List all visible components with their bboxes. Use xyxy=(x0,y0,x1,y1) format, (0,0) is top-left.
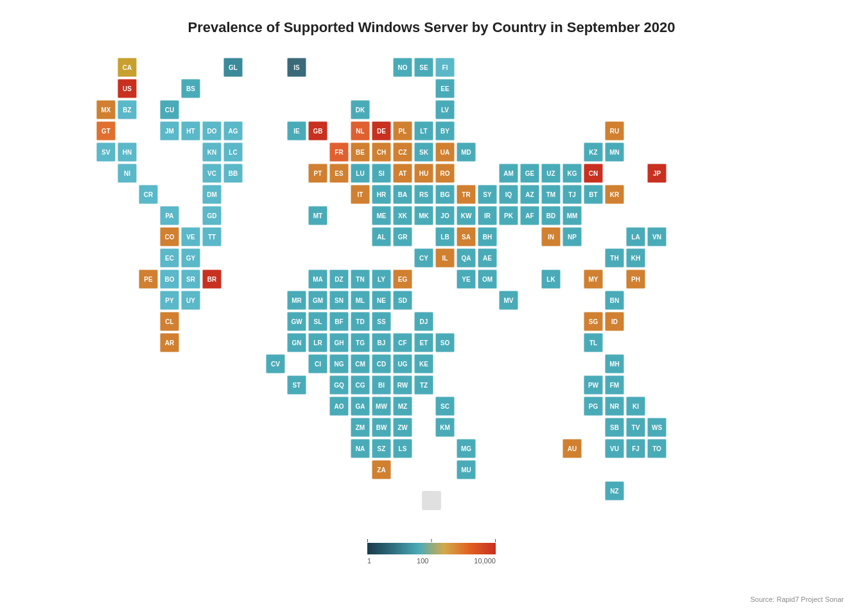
country-cell-bw: BW xyxy=(372,418,391,437)
country-cell-cy: CY xyxy=(414,248,433,268)
page-title: Prevalence of Supported Windows Server b… xyxy=(0,0,863,42)
country-cell-gb: GB xyxy=(308,121,327,141)
country-cell-dj: DJ xyxy=(414,312,433,331)
country-cell-tt: TT xyxy=(202,227,222,246)
country-cell-ss: SS xyxy=(372,312,391,331)
legend-max: 10,000 xyxy=(474,557,496,565)
country-cell-tm: TM xyxy=(541,185,561,204)
country-cell-gn: GN xyxy=(287,333,306,352)
country-cell-do: DO xyxy=(202,121,222,141)
country-cell-lt: LT xyxy=(414,121,433,141)
country-cell-at: AT xyxy=(393,164,412,183)
country-cell-ro: RO xyxy=(435,164,455,183)
country-cell-pw: PW xyxy=(584,375,603,395)
country-cell-kw: KW xyxy=(457,206,476,225)
country-cell-lk: LK xyxy=(541,270,561,289)
country-cell-bd: BD xyxy=(541,206,561,225)
country-cell-bh: BH xyxy=(478,227,497,246)
country-cell-si: SI xyxy=(372,164,391,183)
country-cell-de: DE xyxy=(372,121,391,141)
country-cell-gd: GD xyxy=(202,206,222,225)
country-cell-ly: LY xyxy=(372,270,391,289)
country-cell-tg: TG xyxy=(351,333,370,352)
country-cell-ir: IR xyxy=(478,206,497,225)
country-cell-es: ES xyxy=(329,164,349,183)
country-cell-kz: KZ xyxy=(584,142,603,162)
country-cell-bz: BZ xyxy=(118,100,137,119)
country-cell-ao: AO xyxy=(329,397,349,416)
country-cell-jp: JP xyxy=(647,164,667,183)
legend-min: 1 xyxy=(367,557,371,565)
country-cell-th: TH xyxy=(605,248,624,268)
country-cell-la: LA xyxy=(626,227,645,246)
country-cell-us: US xyxy=(118,79,137,98)
country-cell-af: AF xyxy=(520,206,539,225)
country-cell-lu: LU xyxy=(351,164,370,183)
legend-bar xyxy=(367,543,496,554)
country-cell-au: AU xyxy=(562,439,582,458)
country-cell-rw: RW xyxy=(393,375,412,395)
country-cell-bo: BO xyxy=(160,270,179,289)
country-cell-dm: DM xyxy=(202,185,222,204)
country-cell-eg: EG xyxy=(393,270,412,289)
country-cell-td: TD xyxy=(351,312,370,331)
country-cell-mh: MH xyxy=(605,354,624,373)
country-cell-pa: PA xyxy=(160,206,179,225)
country-cell-za: ZA xyxy=(372,460,391,479)
country-cell-tv: TV xyxy=(626,418,645,437)
country-cell-al: AL xyxy=(372,227,391,246)
country-cell-py: PY xyxy=(160,291,179,310)
country-cell-me: ME xyxy=(372,206,391,225)
country-cell-tl: TL xyxy=(584,333,603,352)
country-cell-ag: AG xyxy=(223,121,243,141)
country-cell-nr: NR xyxy=(605,397,624,416)
country-cell-gw: GW xyxy=(287,312,306,331)
country-cell-in: IN xyxy=(541,227,561,246)
country-cell-my: MY xyxy=(584,270,603,289)
country-cell-no: NO xyxy=(393,58,412,77)
country-cell-sd: SD xyxy=(393,291,412,310)
country-cell-jm: JM xyxy=(160,121,179,141)
country-cell-gy: GY xyxy=(181,248,200,268)
country-cell-st: ST xyxy=(287,375,306,395)
country-cell-br: BR xyxy=(202,270,222,289)
country-cell-pt: PT xyxy=(308,164,327,183)
country-cell-kr: KR xyxy=(605,185,624,204)
country-cell-so: SO xyxy=(435,333,455,352)
country-cell-mx: MX xyxy=(96,100,116,119)
country-cell-mn: MN xyxy=(605,142,624,162)
country-cell-vn: VN xyxy=(647,227,667,246)
country-cell-ae: AE xyxy=(478,248,497,268)
country-cell-zw: ZW xyxy=(393,418,412,437)
country-cell-km: KM xyxy=(435,418,455,437)
country-cell-kg: KG xyxy=(562,164,582,183)
map-container: CAGLISNOSEFIUSBSEEMXBZCUDKLVGTJMHTDOAGIE… xyxy=(0,45,863,616)
country-cell-fj: FJ xyxy=(626,439,645,458)
country-cell-gq: GQ xyxy=(329,375,349,395)
country-cell-ki: KI xyxy=(626,397,645,416)
legend: 1 100 10,000 xyxy=(367,543,496,565)
country-cell-cr: CR xyxy=(139,185,158,204)
country-cell-lv: LV xyxy=(435,100,455,119)
country-cell-fr: FR xyxy=(329,142,349,162)
country-cell-cz: CZ xyxy=(393,142,412,162)
country-cell-ie: IE xyxy=(287,121,306,141)
country-cell-kh: KH xyxy=(626,248,645,268)
country-cell-sg: SG xyxy=(584,312,603,331)
country-cell-na: NA xyxy=(351,439,370,458)
country-cell-ls: LS xyxy=(393,439,412,458)
country-cell-fm: FM xyxy=(605,375,624,395)
country-cell-bb: BB xyxy=(223,164,243,183)
country-cell-lb: LB xyxy=(435,227,455,246)
country-cell-ni: NI xyxy=(118,164,137,183)
country-cell-vc: VC xyxy=(202,164,222,183)
country-cell-cd: CD xyxy=(372,354,391,373)
country-cell-ca: CA xyxy=(118,58,137,77)
country-cell-rs: RS xyxy=(414,185,433,204)
country-cell-sb: SB xyxy=(605,418,624,437)
country-cell-iq: IQ xyxy=(499,185,518,204)
country-cell-ge: GE xyxy=(520,164,539,183)
country-cell-dz: DZ xyxy=(329,270,349,289)
country-cell-cg: CG xyxy=(351,375,370,395)
country-cell-bi: BI xyxy=(372,375,391,395)
